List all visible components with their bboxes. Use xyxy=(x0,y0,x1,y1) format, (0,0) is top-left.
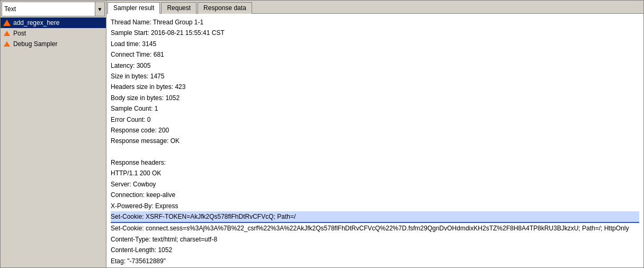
result-line: Sample Count: 1 xyxy=(111,103,639,114)
result-line xyxy=(111,147,639,157)
result-line: Response code: 200 xyxy=(111,125,639,136)
content-area: Sampler result Request Response data Thr… xyxy=(106,1,643,267)
result-line: Content-Type: text/html; charset=utf-8 xyxy=(111,234,639,245)
result-line: Set-Cookie: XSRF-TOKEN=AkJfk2Qs578flFhDt… xyxy=(111,211,639,223)
sidebar-item-label: Debug Sampler xyxy=(13,40,57,48)
tabs-bar: Sampler result Request Response data xyxy=(106,1,643,14)
result-line: Size in bytes: 1475 xyxy=(111,71,639,82)
regex-icon xyxy=(3,19,11,27)
result-line: Content-Length: 1052 xyxy=(111,245,639,255)
result-line: Set-Cookie: connect.sess=s%3Aj%3A%7B%22_… xyxy=(111,223,639,234)
debug-sampler-icon xyxy=(3,40,11,48)
result-line: Date: Sun, 21 Aug 2016 07:55:42 GMT xyxy=(111,266,639,267)
result-line: Thread Name: Thread Group 1-1 xyxy=(111,17,639,28)
sidebar-item-post[interactable]: Post xyxy=(1,28,106,39)
type-dropdown[interactable]: Text ▼ xyxy=(2,2,105,16)
sidebar-item-debug-sampler[interactable]: Debug Sampler xyxy=(1,39,106,49)
result-line: Body size in bytes: 1052 xyxy=(111,93,639,103)
dropdown-arrow-icon[interactable]: ▼ xyxy=(95,2,104,16)
result-line: Sample Start: 2016-08-21 15:55:41 CST xyxy=(111,28,639,38)
tab-sampler-result[interactable]: Sampler result xyxy=(108,2,160,14)
result-line: Server: Cowboy xyxy=(111,179,639,190)
sidebar-item-label: Post xyxy=(13,30,26,37)
result-line: Error Count: 0 xyxy=(111,114,639,125)
result-line: Headers size in bytes: 423 xyxy=(111,82,639,92)
tab-request[interactable]: Request xyxy=(161,2,196,14)
dropdown-value: Text xyxy=(2,4,95,14)
sidebar-item-add-regex[interactable]: add_regex_here xyxy=(1,17,106,28)
result-line: Connect Time: 681 xyxy=(111,49,639,60)
result-line: Connection: keep-alive xyxy=(111,190,639,200)
result-line: HTTP/1.1 200 OK xyxy=(111,168,639,178)
tab-response-data[interactable]: Response data xyxy=(198,2,252,14)
result-line: Response headers: xyxy=(111,157,639,168)
result-line: Response message: OK xyxy=(111,136,639,146)
result-line: Etag: "-735612889" xyxy=(111,256,639,266)
sidebar-item-label: add_regex_here xyxy=(13,19,59,26)
result-line: Latency: 3005 xyxy=(111,60,639,71)
post-icon xyxy=(3,29,11,38)
sidebar: Text ▼ add_regex_here Post Debug Sampler xyxy=(1,1,106,267)
result-panel: Thread Name: Thread Group 1-1Sample Star… xyxy=(106,14,643,267)
result-line: Load time: 3145 xyxy=(111,39,639,49)
result-line: X-Powered-By: Express xyxy=(111,201,639,211)
